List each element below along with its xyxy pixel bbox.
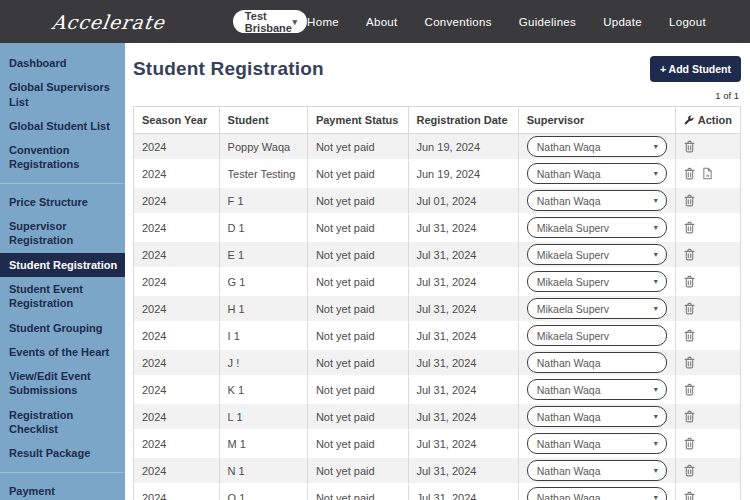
supervisor-select-value: Nathan Waqa: [537, 141, 601, 153]
delete-button[interactable]: [684, 356, 695, 369]
nav-link-update[interactable]: Update: [603, 16, 642, 28]
add-student-button[interactable]: + Add Student: [650, 56, 741, 82]
nav-link-home[interactable]: Home: [307, 16, 339, 28]
action-cell: [676, 404, 740, 431]
student-name-cell: M 1: [220, 431, 308, 458]
season-year-cell: 2024: [134, 404, 220, 431]
action-cell: [676, 161, 740, 188]
supervisor-select[interactable]: Nathan Waqa▾: [527, 487, 667, 500]
sidebar-item-registration-checklist[interactable]: Registration Checklist: [0, 403, 125, 442]
delete-button[interactable]: [684, 491, 695, 500]
action-cell: [676, 350, 740, 377]
sidebar-item-events-of-the-heart[interactable]: Events of the Heart: [0, 340, 125, 364]
registration-date-cell: Jul 31, 2024: [409, 431, 519, 458]
column-header-supervisor: Supervisor: [519, 107, 676, 134]
sidebar-item-convention-registrations[interactable]: Convention Registrations: [0, 138, 125, 177]
supervisor-select[interactable]: Mikaela Superv: [527, 325, 667, 346]
action-cell: [676, 296, 740, 323]
action-cell: [676, 242, 740, 269]
student-name-cell: N 1: [220, 458, 308, 485]
season-year-cell: 2024: [134, 161, 220, 188]
payment-status-cell: Not yet paid: [308, 161, 409, 188]
delete-button[interactable]: [684, 140, 695, 153]
supervisor-select[interactable]: Nathan Waqa▾: [527, 136, 667, 157]
payment-status-cell: Not yet paid: [308, 215, 409, 242]
sidebar-item-dashboard[interactable]: Dashboard: [0, 51, 125, 75]
nav-link-guidelines[interactable]: Guidelines: [519, 16, 576, 28]
supervisor-cell: Mikaela Superv: [519, 323, 676, 350]
sidebar-item-view-edit-event-submissions[interactable]: View/Edit Event Submissions: [0, 364, 125, 403]
sidebar-item-price-structure[interactable]: Price Structure: [0, 190, 125, 214]
supervisor-select[interactable]: Nathan Waqa▾: [527, 163, 667, 184]
nav-link-conventions[interactable]: Conventions: [425, 16, 492, 28]
supervisor-select[interactable]: Mikaela Superv▾: [527, 298, 667, 319]
supervisor-select[interactable]: Nathan Waqa▾: [527, 379, 667, 400]
venue-select[interactable]: Test Brisbane ▾: [233, 10, 307, 33]
action-cell: [676, 323, 740, 350]
supervisor-cell: Nathan Waqa▾: [519, 377, 676, 404]
table-row: 2024Poppy WaqaNot yet paidJun 19, 2024Na…: [134, 134, 740, 161]
delete-button[interactable]: [684, 167, 695, 180]
sidebar-item-student-registration[interactable]: Student Registration: [0, 253, 125, 277]
payment-status-cell: Not yet paid: [308, 323, 409, 350]
registration-date-cell: Jun 19, 2024: [409, 134, 519, 161]
supervisor-cell: Mikaela Superv▾: [519, 215, 676, 242]
supervisor-cell: Nathan Waqa▾: [519, 404, 676, 431]
action-cell: [676, 431, 740, 458]
delete-button[interactable]: [684, 302, 695, 315]
supervisor-select[interactable]: Mikaela Superv▾: [527, 217, 667, 238]
delete-button[interactable]: [684, 248, 695, 261]
supervisor-cell: Nathan Waqa▾: [519, 188, 676, 215]
sidebar-item-result-package[interactable]: Result Package: [0, 441, 125, 465]
delete-button[interactable]: [684, 221, 695, 234]
delete-button[interactable]: [684, 383, 695, 396]
season-year-cell: 2024: [134, 431, 220, 458]
document-button[interactable]: [702, 167, 713, 180]
table-row: 2024E 1Not yet paidJul 31, 2024Mikaela S…: [134, 242, 740, 269]
top-navigation-bar: Accelerate Test Brisbane ▾ HomeAboutConv…: [0, 0, 750, 43]
supervisor-select[interactable]: Nathan Waqa▾: [527, 433, 667, 454]
chevron-down-icon: ▾: [654, 250, 658, 259]
supervisor-select-value: Nathan Waqa: [537, 465, 601, 477]
sidebar-item-payment-transactions[interactable]: Payment Transactions: [0, 479, 125, 500]
nav-link-about[interactable]: About: [366, 16, 398, 28]
sidebar-divider: [0, 472, 125, 473]
sidebar-divider: [0, 183, 125, 184]
supervisor-select[interactable]: Nathan Waqa: [527, 352, 667, 373]
sidebar-item-student-event-registration[interactable]: Student Event Registration: [0, 277, 125, 316]
column-header-action: Action: [676, 107, 740, 134]
supervisor-select[interactable]: Mikaela Superv▾: [527, 271, 667, 292]
column-header-registration-date: Registration Date: [409, 107, 519, 134]
action-cell: [676, 134, 740, 161]
delete-button[interactable]: [684, 464, 695, 477]
sidebar-item-student-grouping[interactable]: Student Grouping: [0, 316, 125, 340]
chevron-down-icon: ▾: [654, 439, 658, 448]
supervisor-select[interactable]: Nathan Waqa▾: [527, 406, 667, 427]
chevron-down-icon: ▾: [654, 142, 658, 151]
chevron-down-icon: ▾: [654, 304, 658, 313]
student-name-cell: O 1: [220, 485, 308, 500]
delete-button[interactable]: [684, 194, 695, 207]
nav-link-logout[interactable]: Logout: [669, 16, 706, 28]
delete-button[interactable]: [684, 275, 695, 288]
sidebar: DashboardGlobal Supervisors ListGlobal S…: [0, 43, 125, 500]
sidebar-item-supervisor-registration[interactable]: Supervisor Registration: [0, 214, 125, 253]
delete-button[interactable]: [684, 410, 695, 423]
delete-button[interactable]: [684, 329, 695, 342]
sidebar-item-global-student-list[interactable]: Global Student List: [0, 114, 125, 138]
supervisor-select[interactable]: Nathan Waqa▾: [527, 460, 667, 481]
registration-date-cell: Jul 31, 2024: [409, 296, 519, 323]
payment-status-cell: Not yet paid: [308, 269, 409, 296]
delete-button[interactable]: [684, 437, 695, 450]
table-body: 2024Poppy WaqaNot yet paidJun 19, 2024Na…: [134, 134, 740, 500]
supervisor-cell: Nathan Waqa▾: [519, 458, 676, 485]
student-name-cell: I 1: [220, 323, 308, 350]
supervisor-select[interactable]: Mikaela Superv▾: [527, 244, 667, 265]
registration-date-cell: Jul 31, 2024: [409, 323, 519, 350]
registration-date-cell: Jul 31, 2024: [409, 404, 519, 431]
season-year-cell: 2024: [134, 242, 220, 269]
supervisor-select[interactable]: Nathan Waqa▾: [527, 190, 667, 211]
supervisor-select-value: Nathan Waqa: [537, 411, 601, 423]
sidebar-item-global-supervisors-list[interactable]: Global Supervisors List: [0, 75, 125, 114]
table-row: 2024H 1Not yet paidJul 31, 2024Mikaela S…: [134, 296, 740, 323]
